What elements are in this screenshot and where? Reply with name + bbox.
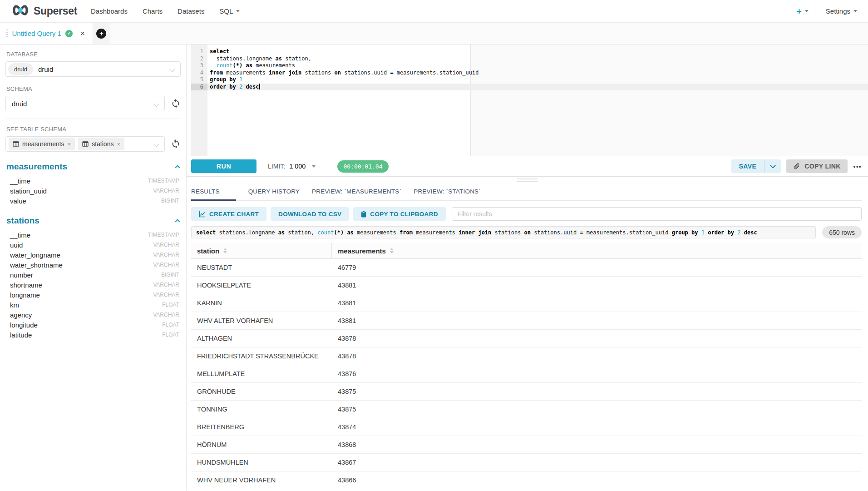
table-row: NEUSTADT46779 — [191, 259, 862, 277]
code-line: select — [207, 48, 868, 55]
sql-token: as — [246, 62, 252, 69]
results-table-body: NEUSTADT46779HOOKSIELPLATE43881KARNIN438… — [191, 259, 862, 489]
new-query-tab-button[interactable]: + — [93, 23, 110, 44]
cell-measurements: 43878 — [332, 352, 862, 360]
remove-chip-icon[interactable]: × — [68, 141, 71, 147]
schema-table-header-measurements[interactable]: measurements — [6, 162, 179, 172]
editor-toolbar: RUN LIMIT: 1 000 00:00:01.04 SAVE COPY L — [187, 156, 868, 176]
schema-column-row: kmFLOAT — [5, 300, 181, 310]
column-type: TIMESTAMP — [148, 232, 179, 238]
create-chart-button[interactable]: CREATE CHART — [191, 207, 266, 221]
table-chip-measurements[interactable]: measurements× — [9, 138, 75, 150]
query-tab-active[interactable]: Untitled Query 1 ✓ × — [0, 23, 93, 44]
cell-measurements: 43875 — [332, 406, 862, 413]
download-csv-button[interactable]: DOWNLOAD TO CSV — [271, 207, 349, 221]
superset-brand[interactable]: Superset — [11, 5, 77, 18]
sql-token — [236, 76, 239, 83]
nav-item-datasets[interactable]: Datasets — [178, 7, 204, 15]
column-header-label: measurements — [338, 247, 386, 255]
more-actions-button[interactable]: ••• — [853, 163, 862, 170]
sql-token: 1 — [701, 229, 705, 236]
nav-item-sql[interactable]: SQL — [219, 7, 240, 15]
sql-token: group by — [672, 229, 698, 236]
limit-label: LIMIT: — [268, 163, 285, 170]
column-name: __time — [10, 231, 30, 239]
sql-token: desc — [744, 229, 757, 236]
cell-measurements: 43876 — [332, 370, 862, 377]
see-table-schema-label: SEE TABLE SCHEMA — [6, 126, 181, 133]
nav-item-dashboards[interactable]: Dashboards — [91, 7, 128, 15]
schema-column-row: uuidVARCHAR — [5, 240, 181, 250]
schema-column-row: __timeTIMESTAMP — [5, 230, 181, 240]
sql-code-editor[interactable]: 123456 select stations.longname as stati… — [187, 45, 868, 156]
chart-icon — [199, 211, 206, 218]
sort-icon[interactable] — [223, 248, 227, 253]
refresh-tables-icon[interactable] — [171, 139, 181, 149]
sql-token: as — [347, 229, 353, 236]
caret-down-icon — [312, 165, 316, 168]
results-tab-preview-measurements[interactable]: PREVIEW: `MEASUREMENTS` — [312, 188, 401, 200]
sql-token — [705, 229, 708, 236]
results-table-header: station measurements — [191, 243, 862, 259]
save-button[interactable]: SAVE — [731, 159, 764, 173]
query-tab-title: Untitled Query 1 — [12, 30, 61, 37]
remove-chip-icon[interactable]: × — [117, 141, 120, 147]
limit-dropdown[interactable]: LIMIT: 1 000 — [268, 163, 316, 170]
sql-token — [344, 229, 347, 236]
cell-station: NEUSTADT — [191, 264, 332, 271]
results-tab-results[interactable]: RESULTS — [191, 188, 236, 201]
table-row: TÖNNING43875 — [191, 401, 862, 418]
nav-menu: DashboardsChartsDatasetsSQL — [91, 7, 255, 15]
nav-item-charts[interactable]: Charts — [143, 7, 163, 15]
schema-tables-list: measurements__timeTIMESTAMPstation_uuidV… — [5, 162, 181, 340]
sql-token: count — [317, 229, 334, 236]
close-icon[interactable]: × — [80, 30, 85, 37]
save-split-button[interactable]: SAVE — [731, 159, 781, 173]
pane-splitter[interactable] — [187, 176, 868, 183]
row-count-badge: 650 rows — [822, 226, 862, 238]
brand-name: Superset — [34, 5, 77, 17]
column-name: uuid — [10, 241, 23, 249]
run-button[interactable]: RUN — [191, 159, 256, 173]
schema-select[interactable]: druid — [5, 96, 165, 111]
cell-station: ALTHAGEN — [191, 335, 332, 342]
filter-results-input[interactable] — [452, 207, 862, 221]
cell-measurements: 43874 — [332, 423, 862, 431]
results-tab-query-history[interactable]: QUERY HISTORY — [248, 188, 300, 200]
column-header-measurements[interactable]: measurements — [332, 243, 862, 258]
results-tab-preview-stations[interactable]: PREVIEW: `STATIONS` — [414, 188, 481, 200]
save-dropdown-button[interactable] — [764, 159, 781, 173]
nav-settings-menu[interactable]: Settings — [826, 7, 857, 15]
schema-table-header-stations[interactable]: stations — [6, 216, 179, 226]
refresh-schema-icon[interactable] — [171, 99, 181, 109]
sql-token: station, — [285, 229, 317, 236]
top-nav: Superset DashboardsChartsDatasetsSQL + S… — [0, 0, 868, 23]
sql-token: inner join — [459, 229, 491, 236]
plus-icon: + — [96, 29, 106, 39]
splitter-grip-icon[interactable] — [517, 179, 538, 183]
copy-link-button[interactable]: COPY LINK — [786, 159, 848, 173]
column-type: BIGINT — [161, 198, 179, 204]
sql-token: from — [399, 229, 413, 236]
editor-code-area[interactable]: select stations.longname as station, cou… — [207, 45, 868, 156]
copy-clipboard-button[interactable]: COPY TO CLIPBOARD — [353, 207, 445, 221]
schema-column-row: agencyVARCHAR — [5, 310, 181, 320]
schema-column-row: shortnameVARCHAR — [5, 280, 181, 290]
table-schema-select[interactable]: measurements×stations× — [5, 136, 165, 152]
table-icon — [82, 141, 89, 147]
column-type: FLOAT — [162, 302, 179, 308]
column-header-station[interactable]: station — [191, 243, 332, 258]
table-chip-stations[interactable]: stations× — [78, 138, 124, 150]
nav-add-button[interactable]: + — [797, 6, 809, 16]
plus-icon: + — [797, 6, 802, 16]
column-name: station_uuid — [10, 187, 47, 195]
sort-icon[interactable] — [390, 248, 394, 253]
sql-token: measurements — [252, 62, 295, 69]
sql-token: measurements — [354, 229, 399, 236]
database-select[interactable]: druid druid — [5, 61, 181, 77]
table-row: BREITENBERG43874 — [191, 418, 862, 436]
table-row: HÖRNUM43868 — [191, 436, 862, 454]
sql-token: = — [580, 229, 583, 236]
line-number: 4 — [191, 69, 207, 77]
drag-handle-icon[interactable] — [6, 30, 8, 38]
